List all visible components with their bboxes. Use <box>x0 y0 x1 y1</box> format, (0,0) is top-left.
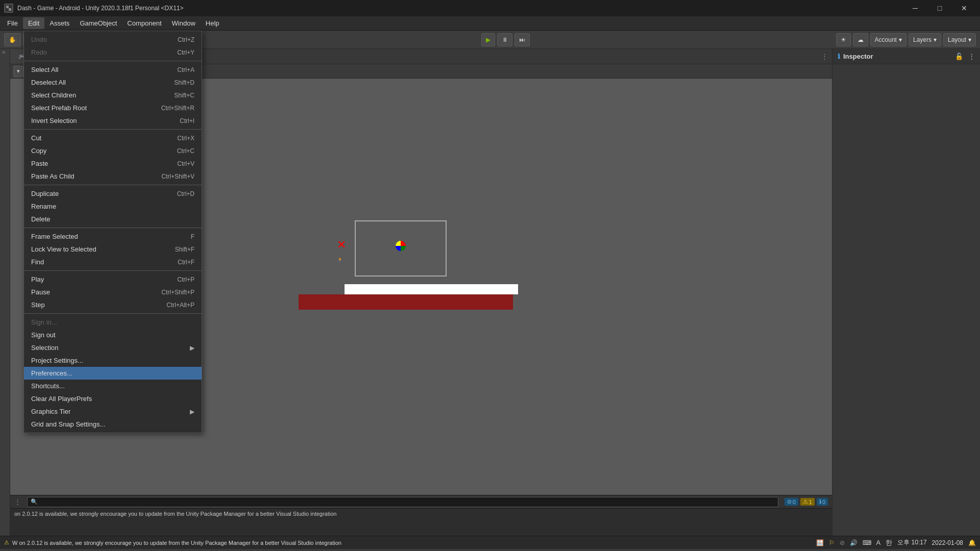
menu-item-selection[interactable]: Selection ▶ <box>24 341 202 354</box>
warning-icon: ⚠ <box>803 498 808 505</box>
layout-label: Layout <box>948 36 966 43</box>
menu-item-paste-as-child[interactable]: Paste As Child Ctrl+Shift+V <box>24 170 202 183</box>
inspector-title: Inspector <box>843 53 873 60</box>
volume-icon: 🔊 <box>850 539 857 546</box>
menu-window[interactable]: Window <box>167 17 201 29</box>
menu-item-frame-selected[interactable]: Frame Selected F <box>24 230 202 243</box>
menu-assets[interactable]: Assets <box>44 17 75 29</box>
menu-item-grid-and-snap-settings[interactable]: Grid and Snap Settings... <box>24 418 202 431</box>
step-button[interactable]: ⏭ <box>514 33 530 46</box>
menu-file[interactable]: File <box>2 17 23 29</box>
account-button[interactable]: Account ▾ <box>870 33 906 46</box>
search-icon: 🔍 <box>31 498 38 505</box>
menu-bar: File Edit Assets GameObject Component Wi… <box>0 16 980 31</box>
lock-icon[interactable]: 🔓 <box>955 53 963 60</box>
input-lang-icon: A <box>876 539 881 546</box>
svg-rect-1 <box>6 6 9 8</box>
aspect-ratio-dropdown[interactable]: ▾ <box>13 66 23 77</box>
menu-item-deselect-all[interactable]: Deselect All Shift+D <box>24 76 202 89</box>
console-message: on 2.0.12 is available, we strongly enco… <box>14 511 828 517</box>
info-badge: ℹ 0 <box>817 498 828 506</box>
menu-item-duplicate[interactable]: Duplicate Ctrl+D <box>24 187 202 200</box>
platform-white <box>345 284 518 294</box>
notification-icon: ⚐ <box>829 539 835 546</box>
separator-delete <box>24 228 202 228</box>
error-count-badge: 0 <box>793 499 796 505</box>
layers-label: Layers <box>913 36 932 43</box>
menu-item-play[interactable]: Play Ctrl+P <box>24 273 202 286</box>
menu-item-clear-all-playerprefs[interactable]: Clear All PlayerPrefs <box>24 392 202 405</box>
menu-item-shortcuts[interactable]: Shortcuts... <box>24 380 202 392</box>
menu-item-redo[interactable]: Redo Ctrl+Y <box>24 46 202 59</box>
warning-banner-icon: ⚠ <box>4 539 9 546</box>
menu-item-select-all[interactable]: Select All Ctrl+A <box>24 63 202 76</box>
minimize-button[interactable]: ─ <box>903 0 927 16</box>
console-panel: ⋮ 🔍 ⊘ 0 ⚠ 1 ℹ 0 <box>10 495 832 536</box>
cloud-button[interactable]: ☁ <box>853 33 868 46</box>
svg-rect-2 <box>9 8 11 11</box>
menu-component[interactable]: Component <box>122 17 166 29</box>
console-menu-icon: ⋮ <box>14 498 21 506</box>
menu-item-pause[interactable]: Pause Ctrl+Shift+P <box>24 286 202 298</box>
menu-item-select-prefab-root[interactable]: Select Prefab Root Ctrl+Shift+R <box>24 102 202 114</box>
menu-item-sign-in[interactable]: Sign in... <box>24 316 202 329</box>
separator-paste <box>24 185 202 185</box>
layers-button[interactable]: Layers ▾ <box>909 33 941 46</box>
menu-item-invert-selection[interactable]: Invert Selection Ctrl+I <box>24 114 202 127</box>
hand-icon: ✋ <box>9 36 16 43</box>
pause-button[interactable]: ⏸ <box>497 33 512 46</box>
aspect-ratio-icon: ▾ <box>17 68 20 74</box>
play-button[interactable]: ▶ <box>481 33 495 46</box>
menu-item-paste[interactable]: Paste Ctrl+V <box>24 157 202 170</box>
edit-dropdown-menu: Undo Ctrl+Z Redo Ctrl+Y Select All Ctrl+… <box>23 31 202 433</box>
layout-button[interactable]: Layout ▾ <box>943 33 976 46</box>
account-chevron-icon: ▾ <box>899 36 902 43</box>
separator-redo <box>24 61 202 61</box>
menu-item-project-settings[interactable]: Project Settings... <box>24 354 202 367</box>
menu-gameobject[interactable]: GameObject <box>75 17 122 29</box>
left-sidebar: ≡ <box>0 49 10 536</box>
menu-item-lock-view-to-selected[interactable]: Lock View to Selected Shift+F <box>24 243 202 256</box>
info-count-badge: 0 <box>822 499 825 505</box>
menu-item-find[interactable]: Find Ctrl+F <box>24 256 202 268</box>
menu-item-select-children[interactable]: Select Children Shift+C <box>24 89 202 102</box>
tab-menu-icon[interactable]: ⋮ <box>821 53 828 60</box>
keyboard-icon: ⌨ <box>863 539 871 546</box>
inspector-content <box>832 64 980 536</box>
console-toolbar: ⋮ 🔍 ⊘ 0 ⚠ 1 ℹ 0 <box>10 495 832 509</box>
separator-find <box>24 270 202 271</box>
menu-item-copy[interactable]: Copy Ctrl+C <box>24 144 202 157</box>
menu-item-rename[interactable]: Rename <box>24 200 202 213</box>
menu-item-delete[interactable]: Delete <box>24 213 202 226</box>
menu-edit[interactable]: Edit <box>23 17 44 29</box>
services-button[interactable]: ☀ <box>836 33 851 46</box>
layers-chevron-icon: ▾ <box>934 36 937 43</box>
info-icon: ℹ <box>819 498 821 505</box>
status-date: 2022-01-08 <box>932 539 963 546</box>
right-panel: ℹ Inspector 🔓 ⋮ <box>832 49 980 536</box>
hangul-icon: 한 <box>886 538 892 547</box>
menu-item-preferences[interactable]: Preferences... <box>24 367 202 380</box>
menu-item-undo[interactable]: Undo Ctrl+Z <box>24 33 202 46</box>
menu-item-cut[interactable]: Cut Ctrl+X <box>24 132 202 144</box>
menu-help[interactable]: Help <box>201 17 225 29</box>
menu-item-sign-out[interactable]: Sign out <box>24 329 202 341</box>
account-label: Account <box>875 36 897 43</box>
separator-selection <box>24 129 202 130</box>
left-sidebar-label: ≡ <box>0 49 8 56</box>
menu-item-step[interactable]: Step Ctrl+Alt+P <box>24 298 202 311</box>
maximize-button[interactable]: □ <box>928 0 951 16</box>
menu-item-graphics-tier[interactable]: Graphics Tier ▶ <box>24 405 202 418</box>
notification-bell[interactable]: 🔔 <box>968 539 976 546</box>
status-time: 오후 10:17 <box>897 538 926 547</box>
info-icon-inspector: ℹ <box>838 53 840 60</box>
error-badge: ⊘ 0 <box>785 498 798 506</box>
player-red: ✕🏃 <box>337 238 346 265</box>
inspector-menu-icon[interactable]: ⋮ <box>968 53 975 60</box>
error-icon: ⊘ <box>787 498 792 505</box>
transform-tools[interactable]: ✋ <box>4 33 21 46</box>
close-button[interactable]: ✕ <box>952 0 976 16</box>
health-bar-red <box>299 294 513 310</box>
title-bar: Dash - Game - Android - Unity 2020.3.18f… <box>0 0 980 16</box>
warning-badge: ⚠ 1 <box>800 498 815 506</box>
